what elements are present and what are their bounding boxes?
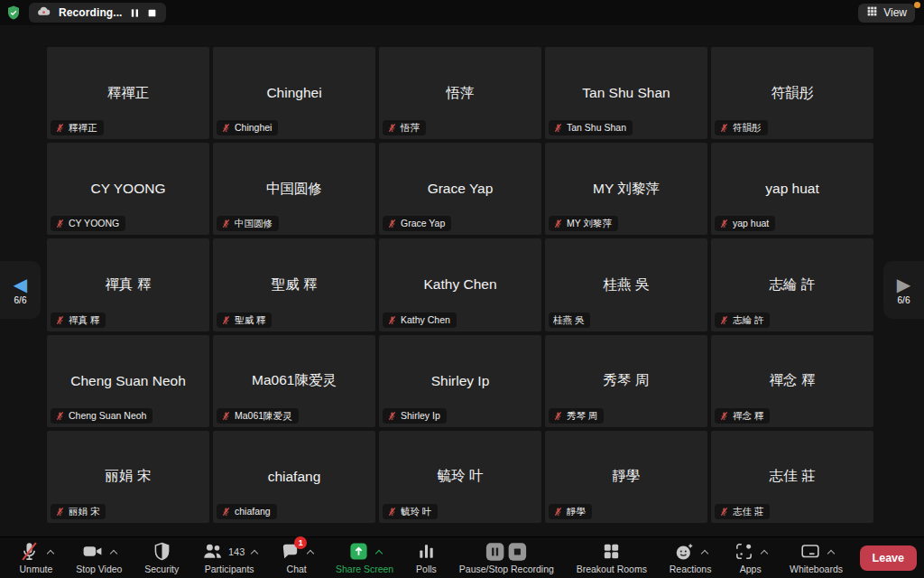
video-camera-icon — [81, 540, 104, 563]
notification-dot — [914, 2, 920, 8]
participant-tile[interactable]: yap huatyap huat — [711, 143, 873, 235]
pause-recording-button[interactable] — [130, 8, 140, 18]
mic-muted-icon — [55, 123, 65, 133]
reactions-smiley-icon — [673, 541, 695, 563]
participant-tag-name: Shirley Ip — [401, 411, 440, 421]
toolbar-stop-video[interactable]: Stop Video — [72, 537, 125, 578]
view-button[interactable]: View — [858, 4, 915, 23]
chevron-up-icon[interactable] — [761, 549, 768, 556]
participant-tile[interactable]: 中国圆修中国圆修 — [213, 143, 375, 235]
chevron-up-icon[interactable] — [251, 549, 258, 556]
mic-muted-icon — [221, 315, 231, 325]
participant-tile[interactable]: CY YOONGCY YOONG — [47, 143, 209, 235]
view-button-label: View — [883, 6, 907, 19]
participant-name-tag: 志佳 莊 — [715, 504, 770, 519]
participant-tile[interactable]: Cheng Suan NeohCheng Suan Neoh — [47, 335, 209, 427]
chevron-up-icon[interactable] — [307, 549, 314, 556]
participant-name: 禪念 釋 — [770, 371, 816, 390]
mic-muted-icon — [55, 219, 65, 228]
toolbar-chat[interactable]: 1Chat — [276, 537, 317, 578]
participant-name-tag: 禪真 釋 — [51, 312, 106, 328]
participant-name-tag: 禪念 釋 — [715, 408, 770, 424]
participant-tile[interactable]: 志綸 許志綸 許 — [711, 238, 873, 331]
mic-muted-icon — [719, 507, 729, 517]
toolbar-participants[interactable]: 143Participants — [198, 537, 261, 578]
participant-tag-name: 符韻彤 — [733, 123, 762, 133]
toolbar-label: Security — [144, 564, 179, 574]
chevron-up-icon[interactable] — [827, 549, 834, 556]
participants-count: 143 — [228, 546, 245, 557]
mic-muted-icon — [387, 219, 397, 228]
participant-tile[interactable]: Ma061陳爱灵Ma061陳爱灵 — [213, 335, 375, 427]
participant-tile[interactable]: 秀琴 周秀琴 周 — [545, 335, 707, 427]
participant-tile[interactable]: Grace YapGrace Yap — [379, 143, 541, 235]
participant-name-tag: Grace Yap — [383, 216, 451, 231]
chat-unread-badge: 1 — [294, 536, 307, 549]
prev-page-button[interactable]: ◀ 6/6 — [0, 261, 41, 319]
participant-tile[interactable]: 靜學靜學 — [545, 431, 707, 523]
participant-tile[interactable]: Tan Shu ShanTan Shu Shan — [545, 47, 707, 139]
toolbar-whiteboards[interactable]: Whiteboards — [786, 537, 846, 578]
meeting-toolbar: UnmuteStop VideoSecurity143Participants1… — [0, 536, 924, 578]
toolbar-pause-stop-recording[interactable]: Pause/Stop Recording — [456, 537, 558, 578]
mic-muted-icon — [719, 411, 729, 421]
toolbar-security[interactable]: Security — [141, 537, 182, 578]
toolbar-polls[interactable]: Polls — [412, 537, 440, 578]
participant-name: 志綸 許 — [770, 275, 816, 294]
mic-muted-icon — [221, 219, 231, 228]
mic-muted-icon — [553, 507, 563, 517]
participant-name-tag: 聖威 釋 — [217, 312, 272, 328]
participant-tile[interactable]: 符韻彤符韻彤 — [711, 47, 873, 139]
participant-tile[interactable]: 聖威 釋聖威 釋 — [213, 238, 375, 331]
participant-tag-name: 悟萍 — [401, 123, 420, 133]
toolbar-share-screen[interactable]: Share Screen — [332, 537, 397, 578]
participant-tile[interactable]: chiafangchiafang — [213, 431, 375, 523]
next-page-button[interactable]: ▶ 6/6 — [883, 261, 924, 319]
participant-tile[interactable]: 桂燕 吳桂燕 吳 — [545, 238, 707, 331]
participant-tile[interactable]: 丽娟 宋丽娟 宋 — [47, 431, 209, 523]
participant-name: MY 刘黎萍 — [593, 180, 660, 199]
mic-muted-icon — [387, 507, 397, 517]
gallery-grid-icon — [866, 5, 878, 20]
toolbar-reactions[interactable]: Reactions — [666, 537, 716, 578]
recording-label: Recording... — [59, 6, 123, 19]
next-arrow-icon: ▶ — [897, 275, 910, 294]
toolbar-unmute[interactable]: Unmute — [14, 537, 57, 578]
participant-name-tag: yap huat — [715, 216, 775, 231]
participant-tag-name: 桂燕 吳 — [553, 315, 584, 325]
participant-tile[interactable]: 毓玲 叶毓玲 叶 — [379, 431, 541, 523]
participant-tile[interactable]: Kathy ChenKathy Chen — [379, 238, 541, 331]
stop-recording-button[interactable] — [147, 8, 157, 18]
participant-tile[interactable]: 禪念 釋禪念 釋 — [711, 335, 873, 427]
participant-name: 丽娟 宋 — [106, 467, 152, 486]
leave-button[interactable]: Leave — [860, 545, 917, 571]
toolbar-label: Pause/Stop Recording — [459, 564, 554, 574]
toolbar-label: Stop Video — [76, 564, 122, 574]
chevron-up-icon[interactable] — [110, 549, 117, 556]
mic-muted-icon — [553, 123, 563, 133]
participant-name-tag: 桂燕 吳 — [549, 312, 590, 328]
toolbar-breakout-rooms[interactable]: Breakout Rooms — [573, 537, 651, 578]
chevron-up-icon[interactable] — [701, 549, 708, 556]
participant-tile[interactable]: Shirley IpShirley Ip — [379, 335, 541, 427]
participant-tag-name: yap huat — [733, 219, 769, 228]
participant-name: chiafang — [268, 469, 321, 485]
participant-tile[interactable]: 禪真 釋禪真 釋 — [47, 238, 209, 331]
participant-name-tag: 靜學 — [549, 504, 592, 519]
participant-tile[interactable]: MY 刘黎萍MY 刘黎萍 — [545, 143, 707, 235]
chevron-up-icon[interactable] — [47, 549, 54, 556]
participant-tag-name: 志佳 莊 — [733, 507, 763, 517]
participant-tile[interactable]: ChingheiChinghei — [213, 47, 375, 139]
mic-muted-icon — [553, 219, 563, 228]
chevron-up-icon[interactable] — [374, 549, 382, 556]
participant-tile[interactable]: 悟萍悟萍 — [379, 47, 541, 139]
participant-tile[interactable]: 志佳 莊志佳 莊 — [711, 431, 873, 523]
participant-name: 釋禪正 — [107, 84, 150, 103]
participant-name: Tan Shu Shan — [582, 85, 670, 101]
toolbar-apps[interactable]: Apps — [730, 537, 771, 578]
toolbar-items: UnmuteStop VideoSecurity143Participants1… — [7, 537, 855, 578]
mic-muted-icon — [18, 540, 41, 563]
participant-tile[interactable]: 釋禪正釋禪正 — [47, 47, 209, 139]
participant-name: Shirley Ip — [431, 373, 490, 389]
participant-gallery: 釋禪正釋禪正ChingheiChinghei悟萍悟萍Tan Shu ShanTa… — [47, 47, 873, 523]
